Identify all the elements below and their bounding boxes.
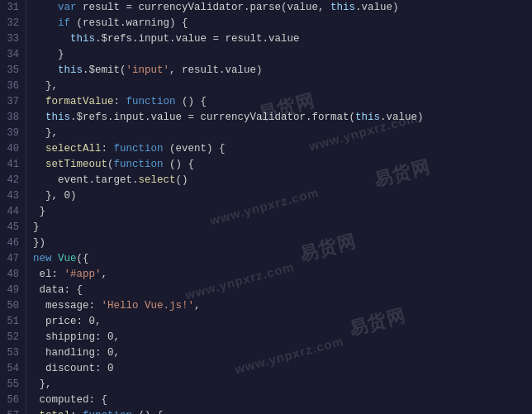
line-numbers: 31 32 33 34 35 36 37 38 39 40 41 42 43 4… xyxy=(0,0,26,414)
code-line-56: computed: { xyxy=(33,393,532,408)
code-line-32: if (result.warning) { xyxy=(33,16,532,31)
code-line-39: }, xyxy=(33,126,532,141)
code-line-49: data: { xyxy=(33,283,532,298)
code-content: var result = currencyValidator.parse(val… xyxy=(26,0,532,414)
code-line-54: discount: 0 xyxy=(33,361,532,377)
code-line-40: selectAll: function (event) { xyxy=(33,141,532,157)
code-line-53: handling: 0, xyxy=(33,345,532,361)
code-line-34: } xyxy=(33,47,532,63)
code-line-38: this.$refs.input.value = currencyValidat… xyxy=(33,110,532,126)
code-line-42: event.target.select() xyxy=(33,173,532,188)
code-editor: 31 32 33 34 35 36 37 38 39 40 41 42 43 4… xyxy=(0,0,532,414)
code-line-44: } xyxy=(33,204,532,220)
code-line-51: price: 0, xyxy=(33,314,532,330)
code-line-33: this.$refs.input.value = result.value xyxy=(33,31,532,47)
code-line-37: formatValue: function () { xyxy=(33,94,532,110)
code-line-45: } xyxy=(33,220,532,236)
code-line-31: var result = currencyValidator.parse(val… xyxy=(33,0,532,16)
code-line-41: setTimeout(function () { xyxy=(33,157,532,173)
code-line-48: el: '#app', xyxy=(33,267,532,283)
code-line-55: }, xyxy=(33,377,532,393)
code-line-52: shipping: 0, xyxy=(33,330,532,345)
code-line-47: new Vue({ xyxy=(33,251,532,267)
code-line-35: this.$emit('input', result.value) xyxy=(33,63,532,79)
code-line-36: }, xyxy=(33,79,532,94)
code-line-46: }) xyxy=(33,236,532,251)
code-line-50: message: 'Hello Vue.js!', xyxy=(33,298,532,314)
code-line-43: }, 0) xyxy=(33,188,532,204)
code-line-57: total: function () { xyxy=(33,408,532,414)
